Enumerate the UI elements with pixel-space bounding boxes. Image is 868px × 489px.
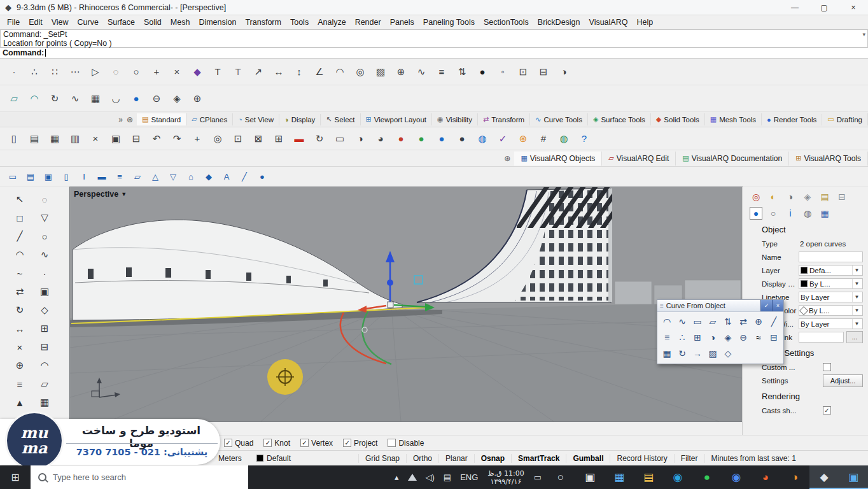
blue-sphere[interactable]: ● — [127, 90, 145, 108]
osnap-checkbox[interactable] — [263, 439, 272, 447]
layers-tab[interactable]: ◐ — [767, 191, 779, 202]
circle-tool[interactable]: ○ — [35, 229, 54, 243]
display-color-dropdown[interactable]: By L... ▼ — [799, 278, 863, 289]
cortana[interactable]: ○ — [546, 465, 575, 489]
fillet-tool[interactable]: ◠ — [35, 358, 54, 372]
toolbar-tab[interactable]: ◆ Solid Tools — [651, 113, 705, 125]
shade[interactable]: ◕ — [372, 130, 389, 148]
va-curtain-wall[interactable]: ▤ — [23, 169, 38, 185]
status-pane[interactable]: SmartTrack — [511, 454, 566, 463]
va-stair[interactable]: ≡ — [112, 169, 127, 185]
select-arrow[interactable]: ↖ — [10, 192, 29, 206]
toolbar-tab[interactable]: ◉ Visibility — [432, 113, 478, 125]
visibility[interactable]: ◑ — [555, 63, 573, 81]
status-pane[interactable]: Minutes from last save: 1 — [704, 454, 802, 463]
osnap-toggle[interactable]: Quad — [224, 439, 253, 448]
osnap-checkbox[interactable] — [300, 439, 309, 447]
va-element[interactable]: ◆ — [201, 169, 216, 185]
offset-curve[interactable]: ⊖ — [736, 330, 750, 345]
va-roof[interactable]: △ — [148, 169, 163, 185]
app-orange[interactable]: ◑ — [780, 465, 809, 489]
clock[interactable]: 11:00 ق.ظ ۱۳۹۹/۴/۱۶ — [482, 469, 529, 486]
osnap-checkbox[interactable] — [343, 439, 351, 447]
cross-section-profiles[interactable]: ⊟ — [767, 330, 781, 345]
va-ceiling[interactable]: ▽ — [165, 169, 181, 185]
sweep[interactable]: ∿ — [66, 90, 84, 108]
va-annotation[interactable]: A — [219, 169, 234, 185]
task-view[interactable]: ▣ — [575, 465, 605, 489]
render-sphere-shiny[interactable]: ◍ — [473, 130, 491, 148]
dim-radius[interactable]: ◠ — [331, 63, 349, 81]
va-beam[interactable]: ▬ — [94, 169, 109, 185]
section-lines[interactable]: ≡ — [433, 63, 451, 81]
patch[interactable]: ▦ — [87, 90, 104, 108]
va-door[interactable]: ▯ — [59, 169, 74, 185]
curve-from-mesh[interactable]: ▨ — [706, 346, 720, 361]
close-button[interactable]: × — [839, 0, 868, 15]
toolbar-tab[interactable]: ▤ Standard — [137, 113, 186, 125]
fillet-surface[interactable]: ◈ — [168, 90, 186, 108]
status-pane[interactable]: Gumball — [566, 454, 610, 463]
paste[interactable]: ⊟ — [127, 130, 145, 148]
minimize-button[interactable]: — — [780, 0, 809, 15]
menu-item[interactable]: Mesh — [166, 17, 195, 28]
grid-toggle[interactable]: ⊞ — [270, 130, 288, 148]
freeform-tool[interactable]: ~ — [10, 266, 29, 280]
isocurve[interactable]: ∿ — [412, 63, 430, 81]
stretch-tool[interactable]: ↔ — [10, 322, 29, 336]
text[interactable]: T — [209, 63, 227, 81]
menu-item[interactable]: Curve — [73, 17, 103, 28]
gear-icon[interactable]: ⊛ — [127, 115, 133, 124]
toolbar-tab[interactable]: ⇄ Transform — [478, 113, 530, 125]
chevron-down-icon[interactable]: ▼ — [852, 319, 861, 329]
insert-knot[interactable]: + — [148, 63, 165, 81]
point-grid[interactable]: ∷ — [46, 63, 64, 81]
action-center-icon[interactable]: ▭ — [529, 472, 546, 482]
create-uv-curves[interactable]: ▦ — [660, 346, 674, 361]
toolbar-tab[interactable]: ● Render Tools — [762, 114, 822, 125]
render-sphere-green[interactable]: ● — [412, 130, 430, 148]
menu-item[interactable]: Dimension — [194, 17, 241, 28]
lasso-select[interactable]: ◌ — [35, 192, 54, 206]
leader[interactable]: ↗ — [249, 63, 267, 81]
render-sphere-red[interactable]: ● — [392, 130, 410, 148]
arc-tool[interactable]: ◠ — [10, 248, 29, 262]
hyperlink-input[interactable] — [799, 332, 844, 343]
object-section[interactable]: ╱ — [767, 314, 781, 329]
search-input[interactable]: Type here to search — [31, 465, 248, 489]
va-section[interactable]: ╱ — [237, 169, 252, 185]
toolbar-tab[interactable]: ∿ Curve Tools — [530, 113, 588, 125]
circle-hollow[interactable]: ◦ — [494, 63, 512, 81]
toolbar-tab[interactable]: ◔ Set View — [233, 114, 279, 125]
contour[interactable]: ≡ — [660, 330, 674, 345]
rect-select[interactable]: □ — [10, 211, 29, 225]
whatsapp[interactable]: ● — [692, 465, 722, 489]
chrome[interactable]: ◉ — [722, 465, 751, 489]
va-window[interactable]: ▣ — [41, 169, 56, 185]
menu-item[interactable]: SectionTools — [479, 17, 533, 28]
osnap-toggle[interactable]: Disable — [388, 439, 424, 448]
notes-tab[interactable]: ⊟ — [836, 191, 848, 202]
zoom-extents[interactable]: ⊠ — [249, 130, 267, 148]
red-car[interactable]: ▬ — [290, 130, 308, 148]
toolbar-tab[interactable]: ▦ Mesh Tools — [705, 113, 762, 125]
status-pane[interactable]: Ortho — [406, 454, 438, 463]
toolbar-tab[interactable]: ↖ Select — [321, 113, 360, 125]
osnap-toggle[interactable]: Vertex — [300, 439, 333, 448]
osnap-checkbox[interactable] — [388, 439, 396, 447]
print-width-dropdown[interactable]: By Layer ▼ — [799, 318, 863, 329]
gear-orange[interactable]: ⊛ — [514, 130, 532, 148]
cut[interactable]: × — [87, 130, 104, 148]
curve-tool[interactable]: ∿ — [35, 248, 54, 262]
menu-item[interactable]: Paneling Tools — [419, 17, 479, 28]
toolbar-tab[interactable]: ◈ Surface Tools — [588, 113, 651, 125]
file-explorer[interactable]: ▤ — [634, 465, 663, 489]
linetype-dropdown[interactable]: By Layer ▼ — [799, 292, 863, 302]
text-edit[interactable]: T — [229, 63, 247, 81]
print[interactable]: ▥ — [66, 130, 84, 148]
point-tool[interactable]: · — [35, 266, 54, 280]
filter-select[interactable]: ▽ — [35, 211, 54, 225]
perspective-viewport[interactable]: Perspective ▼ — [70, 187, 742, 422]
join-tool[interactable]: ⊕ — [10, 358, 29, 372]
save-file[interactable]: ▦ — [46, 130, 64, 148]
